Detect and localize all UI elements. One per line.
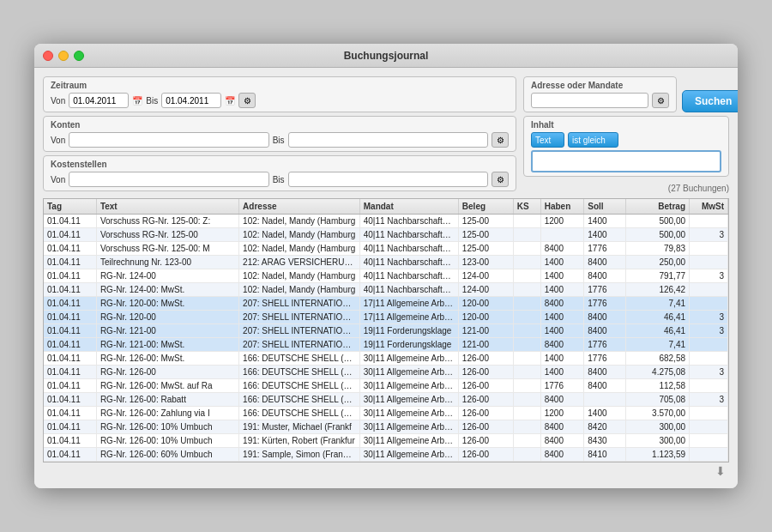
table-row[interactable]: 01.04.11RG-Nr. 126-00166: DEUTSCHE SHELL… [44,366,728,379]
cell-mandat: 30|11 Allgemeine Arbeite [359,393,458,407]
zeitraum-label: Zeitraum [51,81,509,90]
cell-ks [513,379,540,393]
cell-betrag: 79,83 [625,242,689,256]
cell-mwst [690,338,728,352]
von-label: Von [51,96,65,106]
search-button[interactable]: Suchen [682,90,738,112]
adresse-panel: Adresse oder Mandate ⚙ [523,76,677,112]
cell-mandat: 40|11 Nachbarschaftsstre [359,283,458,297]
header-haben: Haben [540,199,584,215]
adresse-input[interactable] [531,93,648,108]
cell-mwst [690,352,728,366]
cell-text: RG-Nr. 126-00: MwSt. auf Ra [96,379,238,393]
cell-mwst [690,448,728,462]
cell-beleg: 124-00 [458,283,513,297]
cell-beleg: 126-00 [458,352,513,366]
cell-mandat: 30|11 Allgemeine Arbeite [359,407,458,420]
cell-ks [513,434,540,448]
cell-ks [513,228,540,242]
cell-ks [513,283,540,297]
inhalt-row: Text ist gleich [531,132,721,148]
cell-text: RG-Nr. 120-00: MwSt. [96,297,238,311]
kostenstellen-gear-button[interactable]: ⚙ [492,172,509,187]
cell-adresse: 102: Nadel, Mandy (Hamburg [239,215,360,228]
cell-mwst [690,256,728,269]
cell-tag: 01.04.11 [44,256,96,269]
cell-mandat: 30|11 Allgemeine Arbeite [359,420,458,434]
zeitraum-bis-input[interactable] [161,93,221,108]
cell-mwst [690,420,728,434]
cell-soll: 8400 [584,256,626,269]
table-row[interactable]: 01.04.11RG-Nr. 124-00: MwSt.102: Nadel, … [44,283,728,297]
zeitraum-gear-button[interactable]: ⚙ [238,93,256,108]
table-row[interactable]: 01.04.11RG-Nr. 126-00: 60% Umbuch191: Sa… [44,448,728,462]
cell-betrag: 1.123,59 [625,448,689,462]
table-row[interactable]: 01.04.11Vorschuss RG-Nr. 125-00: M102: N… [44,242,728,256]
table-row[interactable]: 01.04.11RG-Nr. 126-00: MwSt. auf Ra166: … [44,379,728,393]
cell-adresse: 102: Nadel, Mandy (Hamburg [239,228,360,242]
zeitraum-row: Von 📅 Bis 📅 ⚙ [51,93,509,108]
right-top: Adresse oder Mandate ⚙ Suchen [523,76,729,112]
konten-von-input[interactable] [69,132,268,148]
calendar-icon-bis[interactable]: 📅 [225,96,235,106]
cell-adresse: 102: Nadel, Mandy (Hamburg [239,283,360,297]
header-mwst: MwSt [690,199,728,215]
top-layout: Zeitraum Von 📅 Bis 📅 ⚙ Konten [43,76,729,195]
cell-mandat: 30|11 Allgemeine Arbeite [359,448,458,462]
table-row[interactable]: 01.04.11RG-Nr. 124-00102: Nadel, Mandy (… [44,269,728,283]
cell-soll: 1400 [584,228,626,242]
cell-mwst: 3 [690,228,728,242]
cell-betrag: 112,58 [625,379,689,393]
cell-beleg: 124-00 [458,269,513,283]
cell-mwst [690,283,728,297]
cell-adresse: 191: Sample, Simon (Frankfur [239,448,360,462]
close-button[interactable] [43,51,53,61]
konten-bis-input[interactable] [288,132,488,148]
konten-gear-button[interactable]: ⚙ [492,132,509,148]
inhalt-panel: Inhalt Text ist gleich [523,116,729,177]
cell-haben: 8400 [540,338,584,352]
cell-text: RG-Nr. 120-00 [96,311,238,324]
table-row[interactable]: 01.04.11RG-Nr. 121-00207: SHELL INTERNAT… [44,324,728,338]
cell-haben: 1400 [540,352,584,366]
cell-betrag: 4.275,08 [625,366,689,379]
table-row[interactable]: 01.04.11RG-Nr. 126-00: Zahlung via I166:… [44,407,728,420]
cell-adresse: 207: SHELL INTERNATIONAL ( [239,297,360,311]
table-row[interactable]: 01.04.11Vorschuss RG-Nr. 125-00102: Nade… [44,228,728,242]
maximize-button[interactable] [74,51,84,61]
cell-ks [513,366,540,379]
table-row[interactable]: 01.04.11RG-Nr. 126-00: MwSt.166: DEUTSCH… [44,352,728,366]
table-row[interactable]: 01.04.11RG-Nr. 120-00207: SHELL INTERNAT… [44,311,728,324]
table-row[interactable]: 01.04.11RG-Nr. 120-00: MwSt.207: SHELL I… [44,297,728,311]
table-row[interactable]: 01.04.11Teilrechnung Nr. 123-00212: ARAG… [44,256,728,269]
cell-ks [513,269,540,283]
cell-tag: 01.04.11 [44,228,96,242]
adresse-gear-button[interactable]: ⚙ [652,93,669,108]
table-row[interactable]: 01.04.11RG-Nr. 121-00: MwSt.207: SHELL I… [44,338,728,352]
kostenstellen-von-input[interactable] [69,172,268,187]
table-row[interactable]: 01.04.11RG-Nr. 126-00: Rabatt166: DEUTSC… [44,393,728,407]
table-row[interactable]: 01.04.11RG-Nr. 126-00: 10% Umbuch191: Kü… [44,434,728,448]
kostenstellen-bis-input[interactable] [288,172,488,187]
cell-haben: 1400 [540,366,584,379]
table-row[interactable]: 01.04.11RG-Nr. 126-00: 10% Umbuch191: Mu… [44,420,728,434]
cell-adresse: 207: SHELL INTERNATIONAL ( [239,338,360,352]
cell-tag: 01.04.11 [44,215,96,228]
cell-haben: 1400 [540,269,584,283]
cell-haben: 8400 [540,242,584,256]
cell-adresse: 207: SHELL INTERNATIONAL ( [239,311,360,324]
header-soll: Soll [584,199,626,215]
cell-beleg: 120-00 [458,297,513,311]
inhalt-operator-select[interactable]: ist gleich [568,132,618,148]
konten-row: Von Bis ⚙ [51,132,509,148]
table-row[interactable]: 01.04.11Vorschuss RG-Nr. 125-00: Z:102: … [44,215,728,228]
zeitraum-von-input[interactable] [69,93,129,108]
table-container: Tag Text Adresse Mandat Beleg KS Haben S… [43,198,729,462]
cell-tag: 01.04.11 [44,242,96,256]
inhalt-search-input[interactable] [531,150,721,172]
inhalt-type-select[interactable]: Text [531,132,564,148]
minimize-button[interactable] [58,51,69,61]
cell-betrag: 500,00 [625,228,689,242]
calendar-icon-von[interactable]: 📅 [132,96,142,106]
title-bar: Buchungsjournal [34,44,738,68]
